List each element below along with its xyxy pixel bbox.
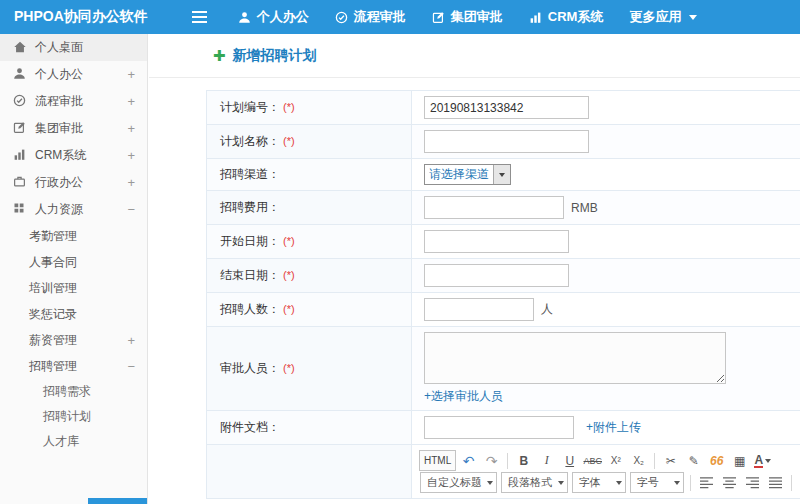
align-center-icon[interactable] (719, 472, 740, 493)
nav-workflow-approval[interactable]: 流程审批 (322, 0, 419, 34)
subscript-button[interactable]: X₂ (628, 450, 649, 471)
collapse-icon[interactable]: − (127, 202, 135, 217)
table-button[interactable]: ▦ (729, 450, 750, 471)
sidebar-scrollbar-thumb[interactable] (88, 498, 148, 504)
attachment-input[interactable] (424, 416, 574, 439)
form-row-channel: 招聘渠道： 请选择渠道 (207, 159, 800, 191)
sidebar-item-label: CRM系统 (35, 147, 86, 164)
field-label-cell: 结束日期：(*) (207, 259, 412, 293)
sidebar-item-recruit-plan[interactable]: 招聘计划 (0, 404, 147, 429)
field-label: 招聘费用： (220, 200, 280, 214)
sidebar-item-attendance-mgmt[interactable]: 考勤管理 (0, 223, 147, 249)
start-date-input[interactable] (424, 230, 569, 253)
field-label-cell: 开始日期：(*) (207, 225, 412, 259)
nav-crm-system[interactable]: CRM系统 (516, 0, 617, 34)
sidebar-item-hr-contract[interactable]: 人事合同 (0, 249, 147, 275)
sidebar-item-label: 行政办公 (35, 174, 83, 191)
chevron-down-icon (765, 459, 771, 463)
field-label: 计划编号： (220, 100, 280, 114)
field-label: 结束日期： (220, 268, 280, 282)
attachment-upload-link[interactable]: +附件上传 (586, 419, 641, 436)
redo-button[interactable]: ↷ (481, 450, 502, 471)
expand-icon[interactable]: + (127, 333, 135, 348)
fee-input[interactable] (424, 196, 564, 219)
custom-heading-select[interactable]: 自定义标题 (420, 472, 497, 493)
sidebar-item-label: 个人桌面 (35, 39, 83, 56)
expand-icon[interactable]: + (127, 175, 135, 190)
sidebar-item-training-mgmt[interactable]: 培训管理 (0, 275, 147, 301)
sidebar-item-group-approval[interactable]: 集团审批 + (0, 115, 147, 142)
sidebar-item-talent-pool[interactable]: 人才库 (0, 429, 147, 454)
expand-icon[interactable]: + (127, 94, 135, 109)
sidebar-item-label: 招聘计划 (43, 408, 91, 425)
grid-icon (13, 202, 28, 217)
nav-personal-office[interactable]: 个人办公 (225, 0, 322, 34)
bold-button[interactable]: B (513, 450, 534, 471)
sidebar-item-human-resources[interactable]: 人力资源 − (0, 196, 147, 223)
nav-more-apps[interactable]: 更多应用 (616, 0, 710, 34)
html-source-button[interactable]: HTML (419, 450, 456, 471)
select-label: 字体 (579, 475, 601, 490)
field-label-cell: 招聘人数：(*) (207, 293, 412, 327)
sidebar-item-recruit-demand[interactable]: 招聘需求 (0, 379, 147, 404)
nav-label: CRM系统 (548, 8, 604, 26)
user-icon (238, 11, 251, 24)
align-justify-icon[interactable] (765, 472, 786, 493)
headcount-input[interactable] (424, 298, 534, 321)
align-left-icon[interactable] (696, 472, 717, 493)
nav-group-approval[interactable]: 集团审批 (419, 0, 516, 34)
edit-pencil-icon (432, 11, 445, 24)
sidebar-item-crm-system[interactable]: CRM系统 + (0, 142, 147, 169)
sidebar-item-admin-office[interactable]: 行政办公 + (0, 169, 147, 196)
expand-icon[interactable]: + (127, 67, 135, 82)
sidebar-item-personal-desktop[interactable]: 个人桌面 (0, 34, 147, 61)
sidebar-item-workflow-approval[interactable]: 流程审批 + (0, 88, 147, 115)
plan-number-input[interactable] (424, 96, 589, 119)
sidebar-item-label: 个人办公 (35, 66, 83, 83)
sidebar-item-personal-office[interactable]: 个人办公 + (0, 61, 147, 88)
chevron-down-icon (616, 481, 622, 485)
font-size-select[interactable]: 字号 (630, 472, 684, 493)
chevron-down-icon (689, 15, 697, 20)
paragraph-format-select[interactable]: 段落格式 (501, 472, 568, 493)
page-title: 新增招聘计划 (233, 47, 317, 65)
format-brush-button[interactable]: ✎ (683, 450, 704, 471)
align-right-icon[interactable] (742, 472, 763, 493)
chevron-down-icon (487, 481, 493, 485)
undo-button[interactable]: ↶ (458, 450, 479, 471)
form-row-attachment: 附件文档： +附件上传 (207, 411, 800, 445)
plan-name-input[interactable] (424, 130, 589, 153)
field-label: 开始日期： (220, 234, 280, 248)
menu-icon[interactable] (188, 5, 211, 29)
expand-icon[interactable]: + (127, 148, 135, 163)
font-family-select[interactable]: 字体 (572, 472, 626, 493)
required-mark: (*) (283, 362, 295, 374)
approval-check-icon (13, 94, 28, 109)
sidebar-item-salary-mgmt[interactable]: 薪资管理 + (0, 327, 147, 353)
field-label-cell: 计划名称：(*) (207, 125, 412, 159)
required-mark: (*) (283, 135, 295, 147)
blockquote-button[interactable]: 66 (706, 450, 727, 471)
top-navigation: 个人办公 流程审批 集团审批 CRM系统 更多应用 (225, 0, 711, 34)
choose-approvers-link[interactable]: +选择审批人员 (424, 388, 503, 405)
superscript-button[interactable]: X² (605, 450, 626, 471)
sidebar-item-recruit-mgmt[interactable]: 招聘管理 − (0, 353, 147, 379)
expand-icon[interactable]: + (127, 121, 135, 136)
form-row-start-date: 开始日期：(*) (207, 225, 800, 259)
home-icon (13, 40, 28, 55)
approvers-textarea[interactable] (424, 332, 726, 384)
sidebar-item-label: 招聘需求 (43, 383, 91, 400)
font-color-button[interactable]: A (752, 450, 773, 471)
cut-button[interactable]: ✂ (660, 450, 681, 471)
toolbar-separator (507, 453, 508, 469)
strikethrough-button[interactable]: ABC (582, 450, 603, 471)
sidebar-item-reward-punishment[interactable]: 奖惩记录 (0, 301, 147, 327)
bar-chart-icon (529, 11, 542, 24)
end-date-input[interactable] (424, 264, 569, 287)
field-label: 审批人员： (220, 361, 280, 375)
italic-button[interactable]: I (536, 450, 557, 471)
underline-button[interactable]: U (559, 450, 580, 471)
collapse-icon[interactable]: − (127, 359, 135, 374)
channel-select[interactable]: 请选择渠道 (424, 164, 511, 185)
rich-text-editor: HTML ↶ ↷ B I U ABC X² X₂ ✂ ✎ 66 ▦ A (412, 445, 800, 499)
